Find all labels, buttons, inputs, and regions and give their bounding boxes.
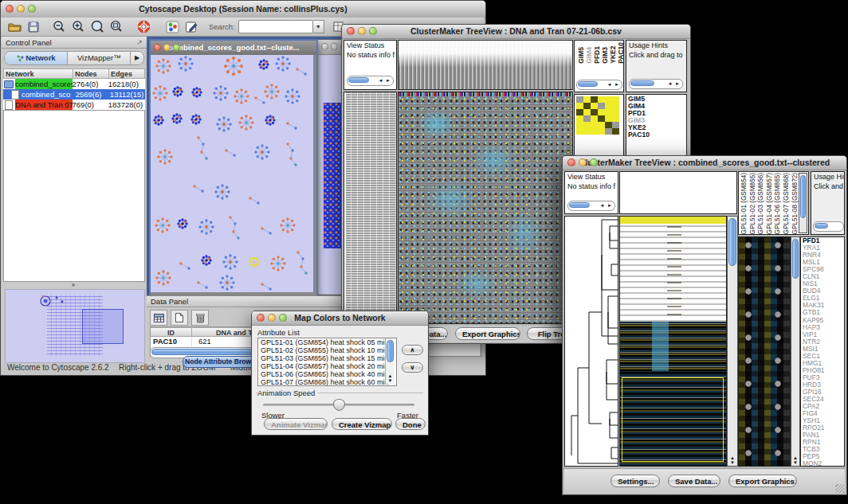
create-vizmap-button[interactable]: Create Vizmap [332, 418, 392, 430]
zoom-actual-button[interactable] [107, 19, 126, 35]
vizmapper-button[interactable] [163, 19, 182, 35]
network1-canvas[interactable]: #screen svg g circle{r:1.7px} [151, 55, 313, 292]
dna-column-labels-panel[interactable]: GIM5GIM4PFD1GIM3YKE2PAC10 ◄ ► [574, 40, 624, 92]
combined-column-dendrogram[interactable] [619, 171, 737, 214]
combined-title-bar[interactable]: ClusterMaker TreeView : combined_scores_… [563, 156, 846, 170]
scrollbar-thumb[interactable] [569, 202, 590, 208]
network-row-dna[interactable]: DNA and Tran 07 769(0) 183728(0) [3, 100, 145, 110]
zoom-button[interactable] [279, 314, 287, 322]
tab-network[interactable]: Network [5, 52, 68, 64]
scroll-arrows-icon[interactable]: ▲▼ [728, 455, 737, 465]
export-graphics-button[interactable]: Export Graphics... [728, 475, 797, 487]
combined-detail-heatmap[interactable] [738, 236, 791, 467]
minimize-button[interactable] [331, 43, 338, 50]
close-button[interactable] [154, 44, 161, 51]
node-attribute-browser-button[interactable]: Node Attribute Brows [183, 356, 257, 368]
scroll-arrows-icon[interactable]: ▲▼ [386, 373, 395, 383]
combined-column-labels-panel[interactable]: GPL51-01 (GSM854)GPL51-02 (GSM855)GPL51-… [738, 171, 809, 235]
dialog-title-bar[interactable]: Map Colors to Network [252, 311, 428, 326]
scrollbar-thumb[interactable] [578, 81, 598, 87]
scroll-arrows-icon[interactable]: ◄ ► [607, 80, 620, 88]
usage-hints-scrollbar[interactable] [813, 221, 844, 232]
search-input[interactable] [238, 20, 313, 33]
save-data-button[interactable]: Save Data... [668, 475, 720, 487]
gene-label[interactable]: PAC10 [628, 131, 686, 139]
combined-main-heatmap[interactable] [619, 216, 727, 467]
attribute-list-item[interactable]: GPL51-07 (GSM868) heat shock 60 min [258, 378, 396, 386]
scroll-arrows-icon[interactable]: ▲▼ [791, 455, 799, 465]
minimize-button[interactable] [163, 44, 171, 51]
save-session-button[interactable] [24, 19, 43, 35]
scrollbar-thumb[interactable] [630, 80, 654, 86]
close-button[interactable] [257, 314, 265, 322]
new-attribute-button[interactable] [171, 310, 188, 326]
scrollbar-thumb[interactable] [387, 340, 394, 362]
zoom-out-button[interactable] [49, 19, 69, 35]
gene-label[interactable]: MON2 [803, 460, 844, 467]
minimize-button[interactable] [268, 314, 276, 322]
detail-heatmap-vscrollbar[interactable]: ▲▼ [791, 236, 800, 467]
combined-gene-labels-panel[interactable]: PFD1YRA1RNR4MSL1SPC98CLN1NIS1BUD4ELG1MAK… [800, 236, 845, 467]
network-row-combined-selected[interactable]: combined_sco 2569(6) 13112(15) [3, 89, 145, 100]
col-network[interactable]: Network [3, 68, 73, 79]
zoom-in-button[interactable] [69, 19, 88, 35]
view-status-scrollbar[interactable]: ◄ ► [567, 201, 615, 211]
birdseye-view[interactable] [5, 289, 145, 363]
float-panel-icon[interactable]: ↗ [136, 37, 143, 49]
zoom-button[interactable] [369, 27, 377, 35]
scrollbar-thumb[interactable] [348, 77, 369, 83]
column-labels-scrollbar[interactable]: ◄ ► [576, 80, 622, 90]
speed-slider-thumb[interactable] [333, 399, 345, 411]
close-button[interactable] [321, 43, 328, 50]
col-edges[interactable]: Edges [109, 68, 145, 79]
move-up-button[interactable]: ∧ [402, 345, 423, 355]
select-attributes-button[interactable] [150, 310, 167, 326]
minimize-button[interactable] [17, 5, 25, 13]
usage-hints-scrollbar[interactable]: ◄ ► [629, 79, 683, 89]
animate-vizmap-button[interactable]: Animate Vizmap [264, 418, 328, 430]
minimize-button[interactable] [579, 158, 587, 166]
delete-attribute-button[interactable] [191, 310, 209, 326]
resize-grip[interactable] [835, 484, 844, 493]
main-title-bar[interactable]: Cytoscape Desktop (Session Name: collins… [1, 1, 485, 18]
scrollbar-thumb[interactable] [815, 223, 828, 229]
done-button[interactable]: Done [395, 418, 426, 430]
birdseye-viewport-rect[interactable] [82, 309, 124, 344]
scroll-arrows-icon[interactable]: ◄ ► [599, 201, 613, 209]
scroll-arrows-icon[interactable]: ◄ ► [667, 80, 681, 88]
attribute-list-item[interactable]: GPL51-04 (GSM857) heat shock 20 min [258, 362, 396, 370]
dna-column-dendrogram[interactable] [398, 40, 573, 90]
close-button[interactable] [6, 5, 14, 13]
attribute-list-item[interactable]: GPL51-02 (GSM855) heat shock 10 min [258, 346, 396, 354]
network-row-combined-scores[interactable]: combined_scores_ 2764(0) 16218(0) [3, 79, 145, 89]
view-status-scrollbar[interactable]: ◄ ► [347, 76, 394, 86]
close-button[interactable] [347, 27, 355, 35]
help-button[interactable] [134, 19, 153, 35]
annotation-button[interactable] [182, 19, 201, 35]
col-nodes[interactable]: Nodes [73, 68, 109, 79]
dna-title-bar[interactable]: ClusterMaker TreeView : DNA and Tran 07-… [342, 25, 690, 39]
attribute-listbox[interactable]: GPL51-01 (GSM854) heat shock 05 minGPL51… [257, 338, 397, 386]
network1-title-bar[interactable]: combined_scores_good.txt--cluste... [151, 41, 316, 55]
scrollbar-thumb[interactable] [728, 218, 736, 266]
combined-row-dendrogram[interactable] [564, 216, 618, 467]
zoom-button[interactable] [28, 5, 36, 13]
open-session-button[interactable] [5, 19, 24, 35]
zoom-fit-button[interactable] [88, 19, 107, 35]
listbox-vscrollbar[interactable]: ▲▼ [385, 338, 395, 384]
attribute-list-item[interactable]: GPL51-06 (GSM865) heat shock 40 min [258, 370, 396, 378]
close-button[interactable] [567, 158, 575, 166]
scroll-arrows-icon[interactable]: ◄ ► [378, 76, 391, 84]
panel-splitter-handle[interactable] [72, 283, 75, 287]
attribute-list-item[interactable]: GPL51-01 (GSM854) heat shock 05 min [258, 338, 396, 346]
column-labels-vscrollbar[interactable] [799, 173, 807, 233]
move-down-button[interactable]: ∨ [402, 362, 423, 373]
tab-overflow-arrow[interactable]: ▶ [131, 52, 143, 64]
export-graphics-button[interactable]: Export Graphics... [455, 327, 520, 340]
scrollbar-thumb[interactable] [792, 239, 799, 279]
settings-button[interactable]: Settings... [610, 475, 660, 487]
zoom-button[interactable] [173, 44, 180, 51]
search-dropdown-arrow[interactable]: ▼ [313, 20, 324, 33]
tab-vizmapper[interactable]: VizMapper™ [68, 52, 131, 64]
dna-row-dendrogram[interactable] [344, 92, 397, 324]
